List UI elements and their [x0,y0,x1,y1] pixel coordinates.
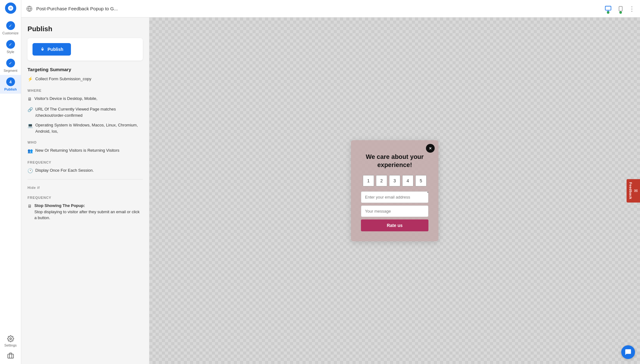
clock-icon: 🕐 [28,168,33,174]
main-wrapper: Post-Purchase Feedback Popup to G... ⋮ [21,0,640,364]
desktop-device-btn[interactable] [604,4,612,13]
divider [28,179,143,180]
style-label: Style [7,50,14,54]
popup-modal: × We care about your experience! 1 2 3 4… [351,140,438,241]
content-area: Publish Publish Targeting Summary ⚡ Coll… [21,17,640,364]
desktop-active-dot [607,11,609,14]
rating-3[interactable]: 3 [389,175,400,186]
page-title: Post-Purchase Feedback Popup to G... [36,6,600,11]
sidebar-item-segment[interactable]: ✓ Segment [0,56,21,75]
rocket-icon [40,47,45,52]
customize-step-icon: ✓ [6,21,15,30]
feedback-label: Feedback [629,182,632,199]
svg-rect-5 [605,6,611,10]
hide-frequency-label: FREQUENCY [28,196,143,199]
rate-us-button[interactable]: Rate us [361,219,428,231]
panel-title: Publish [28,25,143,33]
sidebar-item-briefcase[interactable] [0,350,21,362]
stop-title: Stop Showing The Popup: [34,203,85,208]
rating-2[interactable]: 2 [376,175,387,186]
rating-5[interactable]: 5 [415,175,427,186]
os-target-item: 💻 Operating System is Windows, Macos, Li… [28,122,143,134]
sidebar-item-customize[interactable]: ✓ Customize [0,19,21,37]
people-icon: 👥 [28,148,33,154]
targeting-campaign-item: ⚡ Collect Form Submission_copy [28,76,143,82]
app-logo[interactable] [5,2,16,14]
stop-text: Stop displaying to visitor after they su… [34,209,140,220]
feedback-tab[interactable]: Feedback ✉ [627,179,640,203]
popup-title: We care about your experience! [361,153,428,169]
preview-area: × We care about your experience! 1 2 3 4… [149,17,640,364]
rating-row: 1 2 3 4 5 [361,175,428,186]
hide-if-label: Hide if [28,186,143,189]
chat-icon [625,349,632,356]
briefcase-icon [7,352,14,359]
device-target-item: 🖥 Visitor's Device is Desktop, Mobile, [28,96,143,102]
publish-button[interactable]: Publish [32,43,71,56]
publish-label: Publish [4,87,17,91]
sidebar-item-publish[interactable]: 4 Publish [0,75,21,94]
required-asterisk: * [427,191,428,195]
segment-step-icon: ✓ [6,59,15,67]
icon-sidebar: ✓ Customize ✓ Style ✓ Segment 4 Publish … [0,0,21,364]
publish-card: Publish [28,38,143,61]
mobile-device-btn[interactable] [616,4,625,13]
gear-icon [7,335,14,342]
popup-close-button[interactable]: × [426,144,435,153]
who-label: WHO [28,140,143,144]
sidebar-item-settings[interactable]: Settings [0,333,21,350]
url-target-item: 🔗 URL Of The Currently Viewed Page match… [28,106,143,118]
more-options-btn[interactable]: ⋮ [629,5,635,12]
left-panel: Publish Publish Targeting Summary ⚡ Coll… [21,17,149,364]
rating-4[interactable]: 4 [402,175,413,186]
chat-button[interactable] [621,345,635,359]
flash-icon: ⚡ [28,76,33,82]
style-step-icon: ✓ [6,40,15,49]
stop-icon: 🖥 [28,203,32,209]
publish-step-icon: 4 [6,77,15,86]
feedback-icon: ✉ [634,188,638,193]
mobile-active-dot [619,11,622,14]
frequency-target-item: 🕐 Display Once For Each Session. [28,167,143,174]
visitors-target-item: 👥 New Or Returning Visitors is Returning… [28,147,143,154]
svg-point-1 [10,338,12,340]
settings-label: Settings [4,343,17,347]
segment-label: Segment [3,69,17,72]
email-input[interactable] [361,191,428,203]
header-actions: ⋮ [604,4,635,13]
frequency-label: FREQUENCY [28,160,143,164]
stop-showing-item: 🖥 Stop Showing The Popup: Stop displayin… [28,203,143,221]
svg-rect-2 [8,354,13,358]
sidebar-item-style[interactable]: ✓ Style [0,37,21,56]
top-header: Post-Purchase Feedback Popup to G... ⋮ [21,0,640,17]
rating-1[interactable]: 1 [363,175,374,186]
monitor-icon: 🖥 [28,96,32,102]
os-icon: 💻 [28,122,33,129]
globe-icon [26,6,32,12]
targeting-summary-title: Targeting Summary [28,67,143,72]
message-input[interactable] [361,205,428,217]
link-icon: 🔗 [28,106,33,113]
customize-label: Customize [2,31,19,35]
where-label: WHERE [28,89,143,92]
